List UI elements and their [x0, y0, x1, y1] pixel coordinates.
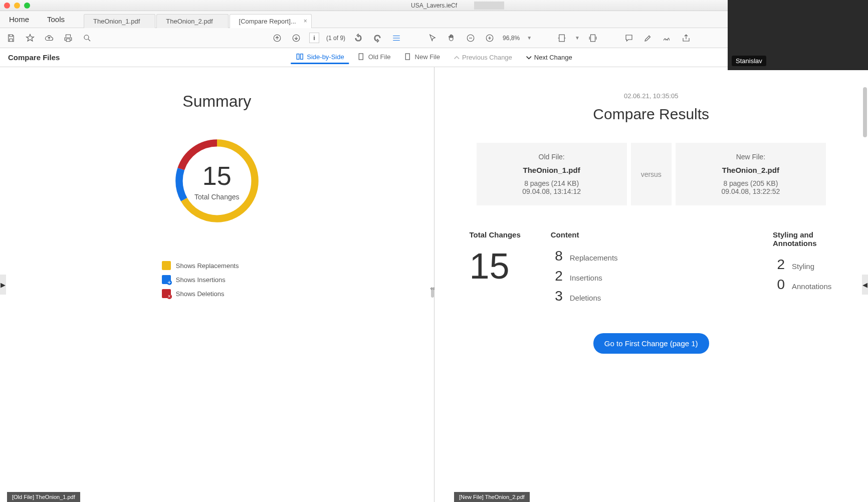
fit-width-icon[interactable] [556, 32, 568, 44]
legend-insertions: Shows Insertions [162, 275, 272, 284]
video-call-overlay[interactable]: Stanislav [728, 0, 868, 70]
hand-icon[interactable] [446, 32, 458, 44]
styling-col: Styling and Annotations 2Styling 0Annota… [773, 230, 833, 308]
menu-tools[interactable]: Tools [38, 15, 74, 24]
stat-number: 8 [551, 248, 563, 264]
view-label: New File [415, 53, 441, 61]
stat-heading: Content [551, 230, 618, 239]
nav-label: Next Change [534, 54, 572, 61]
stat-label: Replacements [570, 254, 618, 262]
results-timestamp: 02.06.21, 10:35:05 [450, 92, 853, 100]
stat-label: Annotations [792, 282, 831, 291]
file-comparison: Old File: TheOnion_1.pdf 8 pages (214 KB… [450, 143, 853, 205]
document-tabs: TheOnion_1.pdf TheOnion_2.pdf [Compare R… [84, 11, 313, 28]
search-icon[interactable] [81, 32, 93, 44]
total-number: 15 [470, 248, 521, 284]
svg-rect-10 [406, 54, 410, 60]
stat-label: Deletions [570, 294, 601, 302]
tab-label: [Compare Report]... [239, 18, 296, 25]
old-file-footer-tag: [Old File] TheOnion_1.pdf [7, 492, 80, 502]
page-count: (1 of 9) [326, 35, 345, 42]
legend-label: Shows Replacements [176, 262, 239, 270]
compare-title: Compare Files [8, 53, 60, 62]
results-heading: Compare Results [450, 106, 853, 123]
versus-label: versus [631, 143, 672, 205]
star-icon[interactable] [24, 32, 36, 44]
next-change-button[interactable]: Next Change [520, 52, 577, 63]
chevron-down-icon[interactable]: ▼ [527, 35, 532, 41]
zoom-level[interactable]: 96,8% [503, 35, 520, 42]
share-icon[interactable] [680, 32, 692, 44]
replacements-swatch-icon [162, 261, 171, 270]
stat-label: Insertions [570, 274, 602, 282]
page-up-icon[interactable] [271, 32, 283, 44]
stat-number: 0 [773, 277, 785, 293]
view-label: Side-by-Side [307, 53, 344, 61]
rotate-ccw-icon[interactable] [352, 32, 364, 44]
scrollbar-thumb[interactable] [863, 87, 867, 137]
content-col: Content 8Replacements 2Insertions 3Delet… [551, 230, 618, 308]
window-controls [4, 3, 30, 9]
total-changes-donut: 15 Total Changes [172, 136, 262, 226]
close-icon[interactable]: × [304, 18, 307, 25]
tab-onion-2[interactable]: TheOnion_2.pdf [156, 14, 228, 28]
stat-number: 3 [551, 288, 563, 304]
participant-name: Stanislav [732, 56, 766, 66]
close-icon[interactable] [4, 3, 10, 9]
rotate-cw-icon[interactable] [371, 32, 383, 44]
new-file-box: New File: TheOnion_2.pdf 8 pages (205 KB… [676, 143, 826, 205]
page-view-icon[interactable] [390, 32, 402, 44]
window-title: USA_Lavers.ieCf [411, 2, 457, 9]
stat-replacements: 8Replacements [551, 248, 618, 264]
old-file-label: Old File: [497, 153, 607, 161]
save-icon[interactable] [5, 32, 17, 44]
side-by-side-button[interactable]: Side-by-Side [291, 51, 349, 64]
fit-page-icon[interactable] [587, 32, 599, 44]
svg-rect-7 [297, 54, 299, 60]
view-label: Old File [368, 53, 391, 61]
legend-label: Shows Deletions [176, 290, 225, 298]
svg-rect-6 [590, 35, 595, 42]
legend: Shows Replacements Shows Insertions Show… [162, 261, 272, 298]
new-file-date: 09.04.08, 13:22:52 [696, 187, 806, 195]
svg-rect-9 [359, 54, 363, 60]
old-file-date: 09.04.08, 13:14:12 [497, 187, 607, 195]
tab-compare-report[interactable]: [Compare Report]...× [230, 14, 312, 28]
tab-onion-1[interactable]: TheOnion_1.pdf [84, 14, 155, 28]
new-file-button[interactable]: New File [399, 51, 446, 64]
signature-icon[interactable] [661, 32, 673, 44]
legend-replacements: Shows Replacements [162, 261, 272, 270]
maximize-icon[interactable] [24, 3, 30, 9]
menu-home[interactable]: Home [0, 15, 38, 24]
zoom-out-icon[interactable] [465, 32, 477, 44]
page-input[interactable] [309, 33, 319, 43]
pointer-icon[interactable] [426, 32, 439, 44]
comment-icon[interactable] [623, 32, 635, 44]
old-file-pages: 8 pages (214 KB) [497, 179, 607, 187]
nav-label: Previous Change [462, 54, 512, 61]
svg-rect-5 [559, 35, 565, 42]
stats-row: Total Changes 15 Content 8Replacements 2… [450, 230, 853, 308]
total-changes-label: Total Changes [194, 193, 240, 201]
minimize-icon[interactable] [14, 3, 20, 9]
svg-rect-8 [301, 54, 303, 60]
highlight-icon[interactable] [642, 32, 654, 44]
new-file-footer-tag: [New File] TheOnion_2.pdf [454, 492, 530, 502]
chevron-down-icon[interactable]: ▼ [575, 35, 580, 41]
stat-annotations: 0Annotations [773, 277, 833, 293]
old-file-name: TheOnion_1.pdf [497, 166, 607, 174]
page-down-icon[interactable] [290, 32, 302, 44]
summary-pane: Summary 15 Total Changes Shows Replaceme… [0, 67, 434, 502]
legend-label: Shows Insertions [176, 276, 226, 284]
cloud-upload-icon[interactable] [43, 32, 55, 44]
stat-label: Styling [792, 262, 814, 271]
old-file-button[interactable]: Old File [352, 51, 396, 64]
previous-change-button[interactable]: Previous Change [448, 52, 517, 63]
go-to-first-change-button[interactable]: Go to First Change (page 1) [593, 333, 709, 354]
total-changes-col: Total Changes 15 [470, 230, 521, 308]
collapse-left-icon[interactable]: ▶ [0, 275, 6, 295]
print-icon[interactable] [62, 32, 74, 44]
zoom-in-icon[interactable] [484, 32, 496, 44]
old-file-box: Old File: TheOnion_1.pdf 8 pages (214 KB… [477, 143, 627, 205]
collapse-right-icon[interactable]: ◀ [862, 275, 868, 295]
